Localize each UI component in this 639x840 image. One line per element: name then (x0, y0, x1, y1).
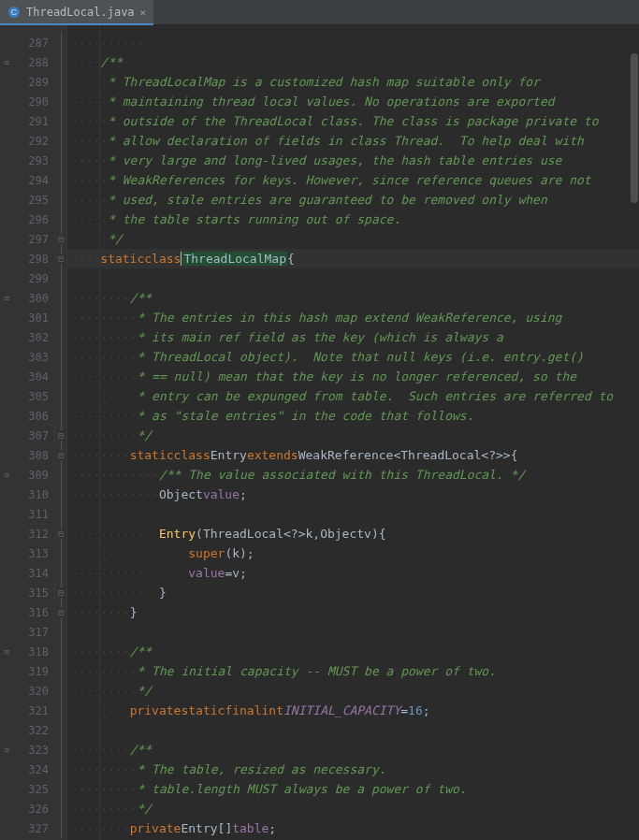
code-line[interactable]: ·····* maintaining thread local values. … (67, 92, 639, 111)
keyword: super (188, 546, 225, 560)
code-line[interactable] (67, 622, 639, 642)
code-line[interactable]: ········/** (67, 642, 639, 661)
comment: * maintaining thread local values. No op… (108, 94, 554, 109)
fold-toggle[interactable] (55, 445, 66, 465)
scrollbar-thumb[interactable] (631, 53, 638, 203)
code-line[interactable]: ················value = v; (67, 563, 639, 583)
fold-toggle[interactable] (55, 249, 66, 268)
fold-line (55, 720, 66, 740)
close-icon[interactable]: × (140, 7, 147, 19)
fold-line (55, 465, 66, 485)
code-line[interactable]: ·········* The table, resized as necessa… (67, 760, 639, 779)
comment: * as "stale entries" in the code that fo… (137, 409, 473, 423)
code-line[interactable]: ············Object value; (67, 485, 639, 504)
code-line[interactable]: ·····* very large and long-lived usages,… (67, 151, 639, 170)
code-line[interactable]: ·····* ThreadLocalMap is a customized ha… (67, 72, 639, 92)
whitespace: ········· (71, 684, 137, 698)
code-line[interactable]: ·········* entry can be expunged from ta… (67, 386, 639, 406)
line-number: 320 (0, 681, 54, 701)
code-line[interactable]: ········private Entry[] table; (67, 818, 639, 838)
code-line[interactable]: ········/** (67, 288, 639, 308)
code-line[interactable]: ·········* as "stale entries" in the cod… (67, 406, 639, 426)
code-line[interactable]: ········static class Entry extends WeakR… (67, 445, 639, 465)
fold-toggle[interactable] (55, 602, 66, 622)
code-line[interactable]: ·····* allow declaration of fields in cl… (67, 131, 639, 151)
line-number: 315 (0, 583, 54, 602)
comment: * entry can be expunged from table. Such… (137, 389, 613, 403)
line-number: 319 (0, 661, 54, 681)
scrollbar-track[interactable] (630, 25, 639, 840)
whitespace: ····· (71, 193, 108, 207)
code-line[interactable] (67, 720, 639, 740)
code-line[interactable]: ·········*/ (67, 681, 639, 701)
line-number: 313 (0, 543, 54, 563)
line-number: 308 (0, 445, 54, 465)
fold-line (55, 760, 66, 779)
fold-toggle[interactable] (55, 426, 66, 445)
code-line[interactable]: ················super(k); (67, 543, 639, 563)
code-line[interactable]: ·····* WeakReferences for keys. However,… (67, 170, 639, 190)
text-caret (181, 252, 182, 266)
code-line[interactable]: ········/** (67, 740, 639, 760)
code-line[interactable]: ·········*/ (67, 426, 639, 445)
fold-gutter[interactable] (55, 25, 67, 840)
code-line[interactable]: ·········*/ (67, 799, 639, 818)
fold-line (55, 386, 66, 406)
code-line[interactable]: ·········* ThreadLocal object). Note tha… (67, 347, 639, 367)
fold-line (55, 622, 66, 642)
code-line[interactable]: ····static class ThreadLocalMap { (67, 249, 639, 268)
comment: * The initial capacity -- MUST be a powe… (137, 664, 496, 678)
code-line[interactable]: ············Entry(ThreadLocal<?> k, Obje… (67, 524, 639, 543)
field: value (188, 566, 225, 580)
identifier: Object (320, 527, 364, 541)
identifier: ThreadLocal<?> (203, 527, 306, 541)
code-line[interactable]: ·········* == null) mean that the key is… (67, 367, 639, 386)
code-line[interactable] (67, 504, 639, 524)
punct: , (312, 527, 320, 541)
fold-line (55, 661, 66, 681)
operator: = (400, 703, 408, 717)
fold-toggle[interactable] (55, 583, 66, 602)
line-number: 309 (0, 465, 54, 485)
punct: ( (225, 546, 232, 560)
code-line[interactable]: ············/** The value associated wit… (67, 465, 639, 485)
comment: * ThreadLocal object). Note that null ke… (137, 350, 583, 364)
code-line[interactable]: ········} (67, 602, 639, 622)
code-area[interactable]: ················/**·····* ThreadLocalMap… (67, 25, 639, 840)
code-line[interactable]: ········private static final int INITIAL… (67, 701, 639, 720)
whitespace: ············ (71, 487, 159, 501)
keyword: class (144, 252, 181, 266)
keyword: static (181, 703, 225, 717)
code-line[interactable]: ····/** (67, 52, 639, 72)
tab-filename: ThreadLocal.java (26, 6, 135, 19)
whitespace: ············ (71, 468, 159, 482)
line-number: 311 (0, 504, 54, 524)
code-line[interactable]: ·····* used, stale entries are guarantee… (67, 190, 639, 210)
file-tab[interactable]: C ThreadLocal.java × (0, 0, 153, 24)
whitespace: ········· (71, 330, 137, 344)
code-line[interactable]: ·········* table.length MUST always be a… (67, 779, 639, 799)
comment: * used, stale entries are guaranteed to … (108, 193, 547, 207)
line-number: 301 (0, 308, 54, 327)
code-line[interactable]: ·········* The entries in this hash map … (67, 308, 639, 327)
code-line[interactable]: ············} (67, 583, 639, 602)
code-line[interactable]: ·····*/ (67, 229, 639, 249)
fold-toggle[interactable] (55, 229, 66, 249)
code-line[interactable]: ·····* the table starts running out of s… (67, 210, 639, 229)
comment: /** (130, 291, 152, 305)
code-line[interactable]: ·········* The initial capacity -- MUST … (67, 661, 639, 681)
code-line[interactable]: ·········* its main ref field as the key… (67, 327, 639, 347)
comment: */ (137, 428, 152, 442)
comment: * outside of the ThreadLocal class. The … (108, 114, 598, 128)
line-number: 304 (0, 367, 54, 386)
fold-toggle[interactable] (55, 524, 66, 543)
code-editor[interactable]: 2872882892902912922932942952962972982993… (0, 25, 639, 840)
class-name: Entry (211, 448, 247, 462)
code-line[interactable]: ············ (67, 33, 639, 52)
line-number: 317 (0, 622, 54, 642)
code-line[interactable]: ·····* outside of the ThreadLocal class.… (67, 111, 639, 131)
whitespace: ················ (71, 566, 188, 580)
whitespace: ····· (71, 94, 108, 109)
code-line[interactable] (67, 268, 639, 288)
fold-line (55, 151, 66, 170)
